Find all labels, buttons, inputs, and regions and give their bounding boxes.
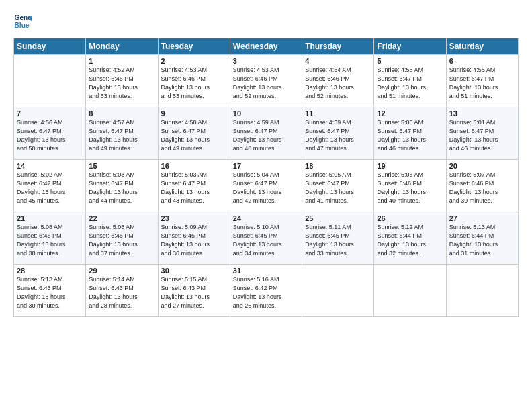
day-number: 26 [377,214,443,222]
day-info: Sunrise: 5:01 AM Sunset: 6:47 PM Dayligh… [449,118,515,153]
day-info: Sunrise: 5:06 AM Sunset: 6:46 PM Dayligh… [377,171,443,205]
day-cell: 1Sunrise: 4:52 AM Sunset: 6:46 PM Daylig… [86,55,158,107]
day-cell: 29Sunrise: 5:14 AM Sunset: 6:43 PM Dayli… [86,265,158,317]
day-info: Sunrise: 5:09 AM Sunset: 6:45 PM Dayligh… [161,223,227,258]
day-info: Sunrise: 5:04 AM Sunset: 6:47 PM Dayligh… [233,171,299,205]
day-cell: 5Sunrise: 4:55 AM Sunset: 6:47 PM Daylig… [374,55,446,107]
weekday-wednesday: Wednesday [230,38,302,55]
day-cell: 4Sunrise: 4:54 AM Sunset: 6:46 PM Daylig… [302,55,374,107]
day-cell [374,265,446,317]
day-info: Sunrise: 4:59 AM Sunset: 6:47 PM Dayligh… [233,118,299,153]
day-number: 17 [233,162,299,170]
day-info: Sunrise: 4:54 AM Sunset: 6:46 PM Dayligh… [305,66,371,101]
day-cell: 13Sunrise: 5:01 AM Sunset: 6:47 PM Dayli… [446,107,518,160]
day-info: Sunrise: 4:55 AM Sunset: 6:47 PM Dayligh… [377,66,443,101]
day-cell: 9Sunrise: 4:58 AM Sunset: 6:47 PM Daylig… [158,107,230,160]
day-cell: 31Sunrise: 5:16 AM Sunset: 6:42 PM Dayli… [230,265,302,317]
day-number: 18 [305,162,371,170]
day-cell: 10Sunrise: 4:59 AM Sunset: 6:47 PM Dayli… [230,107,302,160]
day-cell: 16Sunrise: 5:03 AM Sunset: 6:47 PM Dayli… [158,160,230,212]
day-info: Sunrise: 5:11 AM Sunset: 6:45 PM Dayligh… [305,223,371,258]
day-number: 27 [449,214,515,222]
day-number: 24 [233,214,299,222]
day-cell: 11Sunrise: 4:59 AM Sunset: 6:47 PM Dayli… [302,107,374,160]
weekday-friday: Friday [374,38,446,55]
logo-icon: General Blue [13,12,32,31]
day-cell [446,265,518,317]
day-cell: 26Sunrise: 5:12 AM Sunset: 6:44 PM Dayli… [374,212,446,265]
day-info: Sunrise: 5:05 AM Sunset: 6:47 PM Dayligh… [305,171,371,205]
day-info: Sunrise: 5:03 AM Sunset: 6:47 PM Dayligh… [89,171,154,205]
day-cell: 20Sunrise: 5:07 AM Sunset: 6:46 PM Dayli… [446,160,518,212]
day-cell: 18Sunrise: 5:05 AM Sunset: 6:47 PM Dayli… [302,160,374,212]
day-cell: 12Sunrise: 5:00 AM Sunset: 6:47 PM Dayli… [374,107,446,160]
day-info: Sunrise: 5:16 AM Sunset: 6:42 PM Dayligh… [233,275,299,310]
day-info: Sunrise: 4:58 AM Sunset: 6:47 PM Dayligh… [161,118,227,153]
day-number: 2 [161,57,227,65]
day-cell: 7Sunrise: 4:56 AM Sunset: 6:47 PM Daylig… [14,107,86,160]
day-cell: 19Sunrise: 5:06 AM Sunset: 6:46 PM Dayli… [374,160,446,212]
day-cell: 21Sunrise: 5:08 AM Sunset: 6:46 PM Dayli… [14,212,86,265]
week-row-5: 28Sunrise: 5:13 AM Sunset: 6:43 PM Dayli… [14,265,519,317]
day-info: Sunrise: 5:10 AM Sunset: 6:45 PM Dayligh… [233,223,299,258]
day-number: 11 [305,109,371,118]
day-cell: 15Sunrise: 5:03 AM Sunset: 6:47 PM Dayli… [86,160,158,212]
day-number: 21 [17,214,83,222]
day-number: 15 [89,162,154,170]
week-row-4: 21Sunrise: 5:08 AM Sunset: 6:46 PM Dayli… [14,212,519,265]
day-number: 3 [233,57,299,65]
logo: General Blue [13,12,35,31]
day-number: 29 [89,267,154,275]
day-info: Sunrise: 5:00 AM Sunset: 6:47 PM Dayligh… [377,118,443,153]
day-cell [302,265,374,317]
day-number: 30 [161,267,227,275]
day-info: Sunrise: 5:14 AM Sunset: 6:43 PM Dayligh… [89,275,154,310]
day-info: Sunrise: 5:08 AM Sunset: 6:46 PM Dayligh… [17,223,83,258]
day-info: Sunrise: 4:56 AM Sunset: 6:47 PM Dayligh… [17,118,83,153]
day-cell: 3Sunrise: 4:53 AM Sunset: 6:46 PM Daylig… [230,55,302,107]
day-number: 23 [161,214,227,222]
week-row-2: 7Sunrise: 4:56 AM Sunset: 6:47 PM Daylig… [14,107,519,160]
page-header: General Blue [13,12,519,31]
day-number: 8 [89,109,154,118]
day-info: Sunrise: 4:52 AM Sunset: 6:46 PM Dayligh… [89,66,154,101]
day-number: 31 [233,267,299,275]
day-cell: 8Sunrise: 4:57 AM Sunset: 6:47 PM Daylig… [86,107,158,160]
weekday-monday: Monday [86,38,158,55]
day-cell: 17Sunrise: 5:04 AM Sunset: 6:47 PM Dayli… [230,160,302,212]
day-info: Sunrise: 5:03 AM Sunset: 6:47 PM Dayligh… [161,171,227,205]
day-number: 9 [161,109,227,118]
day-number: 22 [89,214,154,222]
day-cell: 22Sunrise: 5:08 AM Sunset: 6:46 PM Dayli… [86,212,158,265]
day-info: Sunrise: 5:02 AM Sunset: 6:47 PM Dayligh… [17,171,83,205]
day-number: 7 [17,109,83,118]
day-cell: 24Sunrise: 5:10 AM Sunset: 6:45 PM Dayli… [230,212,302,265]
svg-text:Blue: Blue [15,21,30,29]
weekday-header-row: SundayMondayTuesdayWednesdayThursdayFrid… [14,38,519,55]
week-row-3: 14Sunrise: 5:02 AM Sunset: 6:47 PM Dayli… [14,160,519,212]
day-number: 13 [449,109,515,118]
day-cell [14,55,86,107]
day-info: Sunrise: 4:53 AM Sunset: 6:46 PM Dayligh… [233,66,299,101]
day-number: 4 [305,57,371,65]
day-info: Sunrise: 5:07 AM Sunset: 6:46 PM Dayligh… [449,171,515,205]
day-cell: 2Sunrise: 4:53 AM Sunset: 6:46 PM Daylig… [158,55,230,107]
weekday-sunday: Sunday [14,38,86,55]
day-info: Sunrise: 4:57 AM Sunset: 6:47 PM Dayligh… [89,118,154,153]
day-number: 5 [377,57,443,65]
day-number: 14 [17,162,83,170]
weekday-thursday: Thursday [302,38,374,55]
day-cell: 25Sunrise: 5:11 AM Sunset: 6:45 PM Dayli… [302,212,374,265]
day-number: 10 [233,109,299,118]
weekday-tuesday: Tuesday [158,38,230,55]
day-cell: 27Sunrise: 5:13 AM Sunset: 6:44 PM Dayli… [446,212,518,265]
day-info: Sunrise: 5:15 AM Sunset: 6:43 PM Dayligh… [161,275,227,310]
day-cell: 28Sunrise: 5:13 AM Sunset: 6:43 PM Dayli… [14,265,86,317]
day-number: 1 [89,57,154,65]
day-number: 19 [377,162,443,170]
weekday-saturday: Saturday [446,38,518,55]
day-number: 28 [17,267,83,275]
day-cell: 6Sunrise: 4:55 AM Sunset: 6:47 PM Daylig… [446,55,518,107]
day-cell: 23Sunrise: 5:09 AM Sunset: 6:45 PM Dayli… [158,212,230,265]
day-info: Sunrise: 4:53 AM Sunset: 6:46 PM Dayligh… [161,66,227,101]
